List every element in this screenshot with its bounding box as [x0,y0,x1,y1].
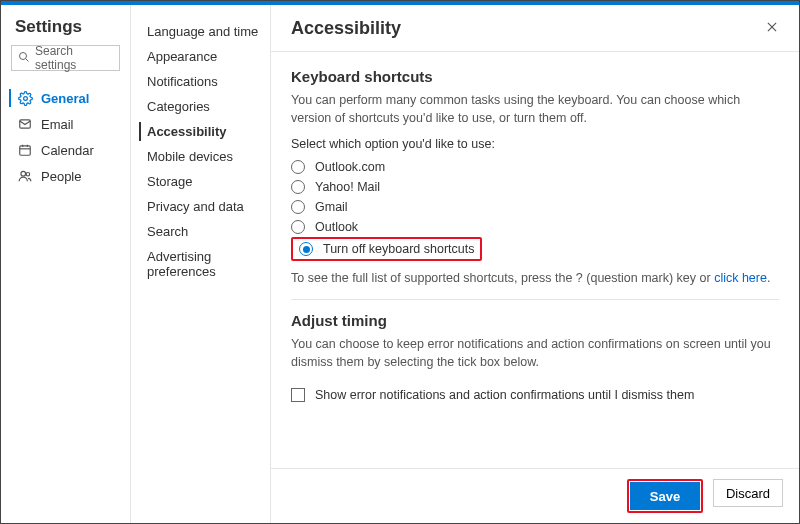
sidebar-item-general[interactable]: General [1,85,130,111]
radio-option-turn-off[interactable]: Turn off keyboard shortcuts [297,241,476,257]
radio-option-outlook-com[interactable]: Outlook.com [291,157,779,177]
radio-label: Outlook.com [315,160,385,174]
mail-icon [17,116,33,132]
shortcuts-click-here-link[interactable]: click here [714,271,767,285]
subnav-item-privacy-data[interactable]: Privacy and data [131,194,270,219]
annotation-highlight: Save [627,479,703,513]
radio-icon [291,180,305,194]
radio-icon [291,200,305,214]
radio-icon [299,242,313,256]
checkbox-icon [291,388,305,402]
subnav-item-search[interactable]: Search [131,219,270,244]
subnav-item-language-time[interactable]: Language and time [131,19,270,44]
sidebar-item-label: People [41,169,81,184]
sidebar-item-label: Calendar [41,143,94,158]
radio-label: Gmail [315,200,348,214]
search-input[interactable]: Search settings [11,45,120,71]
radio-icon [291,220,305,234]
radio-label: Turn off keyboard shortcuts [323,242,474,256]
radio-option-yahoo-mail[interactable]: Yahoo! Mail [291,177,779,197]
svg-line-1 [26,58,29,61]
subnav-item-advertising[interactable]: Advertising preferences [131,244,270,284]
sidebar-item-label: General [41,91,89,106]
svg-point-2 [23,96,27,100]
adjust-timing-desc: You can choose to keep error notificatio… [291,335,779,371]
settings-subnav: Language and time Appearance Notificatio… [131,5,271,523]
page-title: Accessibility [291,18,401,39]
checkbox-label: Show error notifications and action conf… [315,388,694,402]
annotation-highlight: Turn off keyboard shortcuts [291,237,482,261]
search-icon [18,51,35,66]
keyboard-shortcuts-prompt: Select which option you'd like to use: [291,137,779,151]
keyboard-shortcuts-desc: You can perform many common tasks using … [291,91,779,127]
discard-button[interactable]: Discard [713,479,783,507]
close-icon [765,20,779,37]
subnav-item-storage[interactable]: Storage [131,169,270,194]
sidebar-item-label: Email [41,117,74,132]
sidebar-item-people[interactable]: People [1,163,130,189]
section-divider [291,299,779,300]
subnav-item-appearance[interactable]: Appearance [131,44,270,69]
calendar-icon [17,142,33,158]
svg-rect-4 [20,146,31,155]
subnav-item-notifications[interactable]: Notifications [131,69,270,94]
subnav-item-accessibility[interactable]: Accessibility [131,119,270,144]
sidebar-item-calendar[interactable]: Calendar [1,137,130,163]
subnav-item-mobile-devices[interactable]: Mobile devices [131,144,270,169]
radio-option-outlook[interactable]: Outlook [291,217,779,237]
sidebar-item-email[interactable]: Email [1,111,130,137]
shortcuts-hint: To see the full list of supported shortc… [291,271,779,285]
svg-point-0 [20,52,27,59]
radio-icon [291,160,305,174]
keyboard-shortcuts-heading: Keyboard shortcuts [291,68,779,85]
radio-label: Outlook [315,220,358,234]
close-button[interactable] [759,15,785,41]
people-icon [17,168,33,184]
adjust-timing-heading: Adjust timing [291,312,779,329]
save-button[interactable]: Save [630,482,700,510]
settings-title: Settings [1,15,130,45]
radio-option-gmail[interactable]: Gmail [291,197,779,217]
settings-sidebar: Settings Search settings General [1,5,131,523]
search-placeholder: Search settings [35,44,113,72]
svg-point-8 [21,171,26,176]
subnav-item-categories[interactable]: Categories [131,94,270,119]
gear-icon [17,90,33,106]
radio-label: Yahoo! Mail [315,180,380,194]
timing-checkbox-row[interactable]: Show error notifications and action conf… [291,382,779,408]
svg-point-9 [26,173,30,177]
